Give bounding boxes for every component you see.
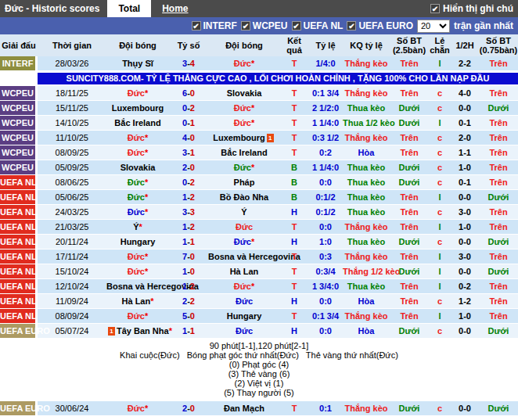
note-line: (5) Thay người (5) <box>0 388 518 397</box>
tab-home[interactable]: Home <box>151 0 199 17</box>
table-row: UEFA NL20/11/24Hungary1-1Đức*H1:0Thua kè… <box>0 235 518 249</box>
away-team-name[interactable]: Slovakia <box>227 88 262 98</box>
over-under-25: Trên <box>390 205 429 220</box>
league-badge: UEFA NL <box>0 279 38 294</box>
over-under-25: Trên <box>390 220 429 235</box>
over-under-25: Trên <box>390 249 429 264</box>
away-team-name[interactable]: Đức <box>234 282 251 291</box>
filter-bar: ✔ INTERF ✔ WCPEU ✔ UEFA NL ✔ UEFA EURO 2… <box>0 17 518 34</box>
away-team-name[interactable]: Pháp <box>234 178 255 187</box>
match-date: 08/09/24 <box>38 309 106 324</box>
home-team-name[interactable]: Slovakia <box>121 163 156 172</box>
away-team-name[interactable]: Đức <box>236 296 253 306</box>
home-team-name[interactable]: Đức <box>128 311 145 321</box>
away-team-name[interactable]: Đức <box>236 326 253 336</box>
odds-result: Thua kèo <box>343 101 390 116</box>
home-team-name[interactable]: Đức <box>128 207 145 217</box>
filter-interf-checkbox[interactable]: ✔ <box>192 21 201 31</box>
handicap-odds: 0:3 1/2 <box>308 131 343 145</box>
away-team-cell: Ý <box>208 205 280 220</box>
home-team-name[interactable]: Đức <box>128 148 145 157</box>
league-badge: UEFA EURO <box>0 324 38 339</box>
over-under-075: Dưới <box>479 235 518 249</box>
league-badge: WCPEU <box>0 101 38 116</box>
score-cell: 4-0 <box>169 131 208 145</box>
away-team-name[interactable]: Đức <box>236 222 253 232</box>
home-team-cell: Đức* <box>106 131 169 145</box>
tab-total[interactable]: Total <box>107 0 151 17</box>
home-team-name[interactable]: Đức <box>128 88 145 98</box>
away-team-name[interactable]: Đức <box>234 163 251 172</box>
home-team-name[interactable]: Đức <box>128 267 145 276</box>
score-cell: 1-2 <box>169 190 208 205</box>
away-team-cell: Pháp <box>208 175 280 190</box>
away-team-name[interactable]: Hungary <box>227 311 262 321</box>
header-time: Thời gian <box>38 34 106 56</box>
odd-even: c <box>429 86 451 101</box>
filter-wcpeu-label: WCPEU <box>253 20 288 31</box>
home-team-name[interactable]: Đức <box>128 252 145 261</box>
filter-uefaeuro-checkbox[interactable]: ✔ <box>347 21 356 31</box>
home-team-name[interactable]: Đức <box>128 178 145 187</box>
favorite-star: * <box>145 404 148 413</box>
away-team-name[interactable]: Ý <box>241 207 246 217</box>
away-goals: 0 <box>190 267 195 276</box>
odds-result: Thắng kèo <box>343 86 390 101</box>
home-team-name[interactable]: Đức <box>128 404 145 413</box>
ad-league-spacer <box>0 71 38 86</box>
home-team-name[interactable]: Hà Lan <box>122 296 151 306</box>
over-under-075: Trên <box>479 294 518 309</box>
home-team-name[interactable]: Đức <box>128 133 145 142</box>
home-team-name[interactable]: Ý <box>133 222 138 232</box>
away-team-name[interactable]: Đức <box>234 103 251 113</box>
over-under-075: Trên <box>479 116 518 131</box>
table-row: WCPEU18/11/25Đức*6-0SlovakiaT0:1 3/4Thắn… <box>0 86 518 101</box>
away-team-name[interactable]: Đan Mạch <box>224 404 264 413</box>
result-cell: T <box>280 401 308 416</box>
table-row: WCPEU15/11/25Luxembourg0-2Đức*T2 1/2:0Th… <box>0 101 518 116</box>
away-team-name[interactable]: Bosna và Hercegovina <box>208 252 300 261</box>
filter-uefanl-checkbox[interactable]: ✔ <box>292 21 301 31</box>
halftime-score: 2-0 <box>451 131 479 145</box>
away-team-name[interactable]: Đức <box>234 59 251 68</box>
away-team-name[interactable]: Luxembourg <box>213 133 265 142</box>
favorite-star: * <box>251 118 254 127</box>
over-under-075: Trên <box>479 86 518 101</box>
over-under-075: Dưới <box>479 190 518 205</box>
result-cell: T <box>280 116 308 131</box>
match-date: 14/10/25 <box>38 116 106 131</box>
handicap-odds: 0:0 <box>308 175 343 190</box>
home-team-name[interactable]: Luxembourg <box>112 103 164 113</box>
header-odds: Tỷ lệ <box>308 34 343 56</box>
home-team-name[interactable]: Thụy Sĩ <box>122 59 153 68</box>
header-odds-result: KQ tỷ lệ <box>343 34 390 56</box>
home-team-name[interactable]: Đức <box>128 192 145 202</box>
away-team-name[interactable]: Đức <box>234 237 251 246</box>
halftime-score: 0-0 <box>451 401 479 416</box>
favorite-star: * <box>251 282 254 291</box>
score-cell: 3-1 <box>169 145 208 160</box>
away-team-cell: Đức <box>208 324 280 339</box>
ad-banner-link[interactable]: SUNCITY888.COM- TỶ LỆ THẮNG CỰC CAO , LỐ… <box>38 73 518 84</box>
away-team-name[interactable]: Hà Lan <box>230 267 259 276</box>
home-team-name[interactable]: Tây Ban Nha <box>117 326 169 336</box>
table-row: WCPEU05/09/25Slovakia2-0Đức*B1 1/4:0Thua… <box>0 160 518 175</box>
score-cell: 2-0 <box>169 160 208 175</box>
show-notes-checkbox[interactable]: ✔ <box>430 4 440 13</box>
favorite-star: * <box>145 178 148 187</box>
home-team-name[interactable]: Bắc Ireland <box>114 118 160 127</box>
away-team-name[interactable]: Đức <box>234 118 251 127</box>
away-team-name[interactable]: Bắc Ireland <box>221 148 267 157</box>
away-goals: 2 <box>190 282 195 291</box>
league-badge: UEFA NL <box>0 205 38 220</box>
away-team-name[interactable]: Bồ Đào Nha <box>220 192 268 202</box>
handicap-odds: 0:0 <box>308 220 343 235</box>
odds-result: Thua 1/2 kèo <box>343 116 390 131</box>
filter-uefanl-label: UEFA NL <box>304 20 344 31</box>
home-team-name[interactable]: Hungary <box>121 237 156 246</box>
league-badge: WCPEU <box>0 160 38 175</box>
away-team-cell: Đức <box>208 294 280 309</box>
filter-wcpeu-checkbox[interactable]: ✔ <box>241 21 250 31</box>
match-count-select[interactable]: 20 <box>417 20 450 33</box>
over-under-25: Dưới <box>390 175 429 190</box>
